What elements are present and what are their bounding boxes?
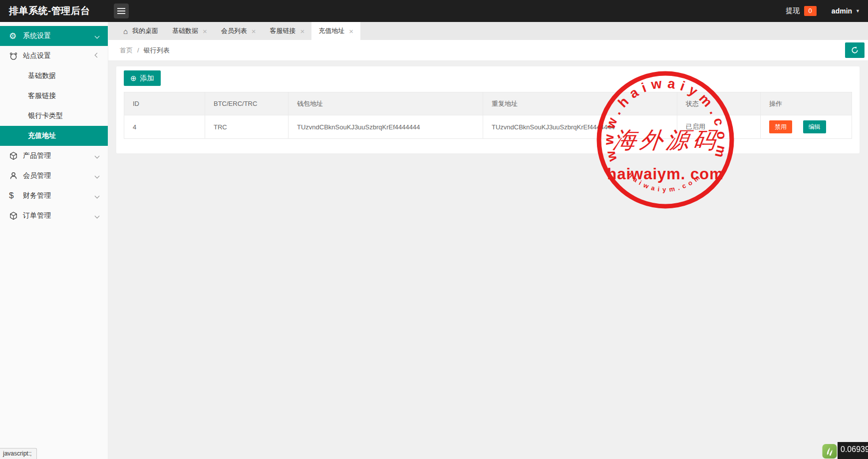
withdraw-count-badge: 0 (804, 6, 817, 16)
tab-basic-data[interactable]: 基础数据 × (165, 22, 214, 40)
tabbar: ⌂ 我的桌面 基础数据 × 会员列表 × 客服链接 × 充值地址 × (108, 22, 868, 40)
site-icon (9, 51, 23, 60)
sidebar-item-finance-management[interactable]: $ 财务管理 (0, 186, 108, 206)
sidebar: ⚙ 系统设置 站点设置 基础数据 客服链接 银行卡类型 充值地址 产品管理 (0, 22, 108, 459)
col-chain: BTC/ERC/TRC (205, 92, 289, 115)
sidebar-item-basic-data[interactable]: 基础数据 (0, 66, 108, 86)
tab-member-list[interactable]: 会员列表 × (214, 22, 263, 40)
refresh-icon (851, 46, 859, 54)
chevron-left-icon (95, 193, 100, 198)
dollar-icon: $ (9, 191, 23, 201)
flame-logo-icon (822, 444, 838, 459)
cell-actions: 禁用 编辑 (761, 115, 852, 139)
close-icon[interactable]: × (300, 27, 305, 35)
tab-recharge-address[interactable]: 充值地址 × (311, 22, 360, 40)
chevron-left-icon (95, 33, 100, 38)
sidebar-item-product-management[interactable]: 产品管理 (0, 146, 108, 166)
close-icon[interactable]: × (203, 27, 207, 35)
app-title: 排单系统-管理后台 (9, 4, 90, 17)
breadcrumb-separator: / (137, 46, 139, 54)
gear-icon: ⚙ (9, 31, 23, 41)
cell-chain: TRC (205, 115, 289, 139)
cell-duplicate-address: TUzvndCBknSouKJ3uuSzbrqKrEf4444444 (483, 115, 677, 139)
disable-button[interactable]: 禁用 (769, 120, 792, 133)
close-icon[interactable]: × (252, 27, 256, 35)
sidebar-item-site-settings[interactable]: 站点设置 (0, 46, 108, 66)
chevron-left-icon (95, 153, 100, 158)
sidebar-toggle-button[interactable] (114, 3, 129, 18)
cell-status: 已启用 (677, 115, 761, 139)
browser-status-text: javascript:; (0, 448, 37, 459)
plus-circle-icon: ⊕ (130, 74, 137, 82)
sidebar-item-system-settings[interactable]: ⚙ 系统设置 (0, 26, 108, 46)
cube-icon (9, 211, 23, 220)
col-id: ID (124, 92, 205, 115)
cell-id: 4 (124, 115, 205, 139)
topbar: 排单系统-管理后台 提现 0 admin ▼ (0, 0, 868, 22)
bank-list-card: ⊕ 添加 ID BTC/ERC/TRC 钱包地址 重复地址 (116, 66, 860, 153)
hamburger-icon (117, 8, 125, 9)
tab-my-desktop[interactable]: ⌂ 我的桌面 (116, 22, 165, 40)
cube-icon (9, 151, 23, 160)
table-row: 4 TRC TUzvndCBknSouKJ3uuSzbrqKrEf4444444… (124, 115, 852, 139)
page-content: ⊕ 添加 ID BTC/ERC/TRC 钱包地址 重复地址 (108, 61, 868, 459)
chevron-down-icon (95, 53, 100, 58)
home-icon: ⌂ (123, 27, 128, 35)
chevron-left-icon (95, 213, 100, 218)
caret-down-icon: ▼ (856, 8, 860, 13)
col-status: 状态 (677, 92, 761, 115)
breadcrumb-home-link[interactable]: 首页 (120, 46, 133, 55)
sidebar-item-recharge-address[interactable]: 充值地址 (0, 126, 108, 146)
sidebar-item-bank-card-type[interactable]: 银行卡类型 (0, 106, 108, 126)
edit-button[interactable]: 编辑 (803, 120, 826, 133)
sidebar-item-member-management[interactable]: 会员管理 (0, 166, 108, 186)
cell-wallet-address: TUzvndCBknSouKJ3uuSzbrqKrEf4444444 (289, 115, 483, 139)
close-icon[interactable]: × (349, 27, 353, 35)
person-icon (9, 171, 23, 180)
chevron-left-icon (95, 173, 100, 178)
user-menu[interactable]: admin ▼ (832, 7, 860, 15)
breadcrumb: 首页 / 银行列表 (108, 40, 868, 61)
username: admin (832, 7, 852, 15)
table-header-row: ID BTC/ERC/TRC 钱包地址 重复地址 状态 操作 (124, 92, 852, 115)
refresh-button[interactable] (845, 42, 865, 58)
breadcrumb-current: 银行列表 (144, 46, 170, 55)
col-duplicate-address: 重复地址 (483, 92, 677, 115)
withdraw-link[interactable]: 提现 0 (786, 6, 817, 16)
stats-widget[interactable]: 0.0693979 (822, 442, 868, 459)
topbar-right: 提现 0 admin ▼ (786, 0, 860, 22)
add-button[interactable]: ⊕ 添加 (124, 70, 161, 86)
stats-value: 0.0693979 (838, 442, 868, 459)
sidebar-item-service-link[interactable]: 客服链接 (0, 86, 108, 106)
tab-service-link[interactable]: 客服链接 × (263, 22, 312, 40)
sidebar-item-order-management[interactable]: 订单管理 (0, 206, 108, 226)
col-wallet-address: 钱包地址 (289, 92, 483, 115)
col-actions: 操作 (761, 92, 852, 115)
withdraw-label: 提现 (786, 6, 800, 15)
address-table: ID BTC/ERC/TRC 钱包地址 重复地址 状态 操作 4 TRC TUz (124, 92, 852, 139)
